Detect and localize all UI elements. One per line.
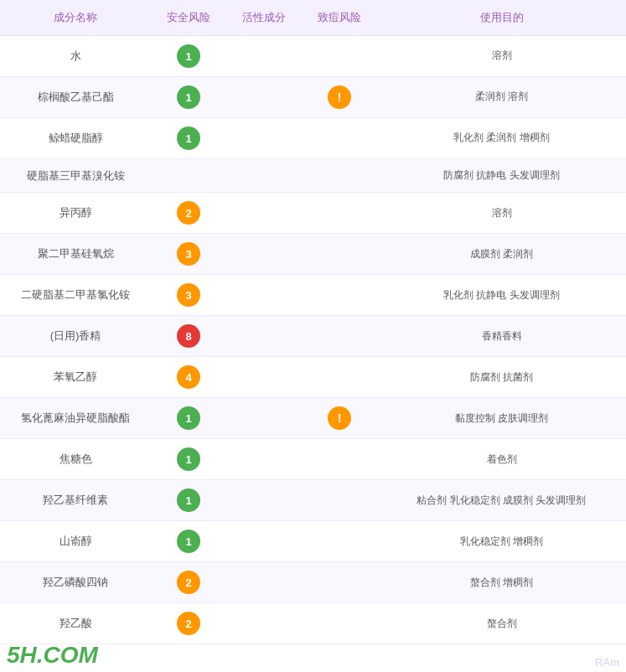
safety-badge: 1 <box>177 447 200 471</box>
acne-risk <box>302 36 377 77</box>
safety-risk: 3 <box>151 275 226 316</box>
ingredient-name: 聚二甲基硅氧烷 <box>0 234 151 275</box>
table-row: 聚二甲基硅氧烷3成膜剂 柔润剂 <box>0 234 626 275</box>
active-ingredient <box>226 77 302 118</box>
active-ingredient <box>226 357 302 398</box>
table-row: 水1溶剂 <box>0 36 626 77</box>
safety-badge: 1 <box>177 44 200 68</box>
watermark-right: RAm <box>588 653 626 672</box>
usage-purpose: 防腐剂 抗静电 头发调理剂 <box>377 159 626 193</box>
ingredient-table-container: 成分名称 安全风险 活性成分 致痘风险 使用目的 水1溶剂棕榈酸乙基己酯1!柔润… <box>0 0 626 644</box>
active-ingredient <box>226 234 302 275</box>
active-ingredient <box>226 439 302 480</box>
acne-risk <box>302 159 377 193</box>
acne-risk <box>302 316 377 357</box>
safety-risk: 3 <box>151 234 226 275</box>
table-header-row: 成分名称 安全风险 活性成分 致痘风险 使用目的 <box>0 0 626 36</box>
active-ingredient <box>226 193 302 234</box>
safety-risk: 1 <box>151 439 226 480</box>
ingredient-name: 水 <box>0 36 151 77</box>
usage-purpose: 螯合剂 增稠剂 <box>377 562 626 603</box>
acne-risk <box>302 603 377 644</box>
table-row: 异丙醇2溶剂 <box>0 193 626 234</box>
safety-badge: 3 <box>177 242 200 266</box>
usage-purpose: 乳化剂 抗静电 头发调理剂 <box>377 275 626 316</box>
ingredient-name: 苯氧乙醇 <box>0 357 151 398</box>
safety-badge: 3 <box>177 283 200 307</box>
acne-risk: ! <box>302 77 377 118</box>
ingredient-name: 异丙醇 <box>0 193 151 234</box>
safety-badge: 1 <box>177 488 200 512</box>
safety-risk: 1 <box>151 36 226 77</box>
ingredient-name: 氢化蓖麻油异硬脂酸酯 <box>0 398 151 439</box>
safety-badge: 1 <box>177 127 200 150</box>
watermark-left: 5H.COM <box>0 638 105 672</box>
usage-purpose: 乳化剂 柔润剂 增稠剂 <box>377 118 626 159</box>
col-header-safety: 安全风险 <box>151 0 226 36</box>
safety-risk: 1 <box>151 398 226 439</box>
safety-badge: 4 <box>177 365 200 389</box>
acne-risk <box>302 439 377 480</box>
acne-warning-badge: ! <box>328 406 351 430</box>
ingredient-name: 羟乙基纤维素 <box>0 480 151 521</box>
table-row: 焦糖色1着色剂 <box>0 439 626 480</box>
acne-risk <box>302 275 377 316</box>
acne-risk <box>302 521 377 562</box>
ingredient-name: (日用)香精 <box>0 316 151 357</box>
active-ingredient <box>226 118 302 159</box>
active-ingredient <box>226 480 302 521</box>
active-ingredient <box>226 562 302 603</box>
safety-risk: 1 <box>151 480 226 521</box>
table-row: 氢化蓖麻油异硬脂酸酯1!黏度控制 皮肤调理剂 <box>0 398 626 439</box>
active-ingredient <box>226 316 302 357</box>
active-ingredient <box>226 521 302 562</box>
usage-purpose: 溶剂 <box>377 36 626 77</box>
table-row: 羟乙基纤维素1粘合剂 乳化稳定剂 成膜剂 头发调理剂 <box>0 480 626 521</box>
ingredient-name: 二硬脂基二甲基氯化铵 <box>0 275 151 316</box>
usage-purpose: 粘合剂 乳化稳定剂 成膜剂 头发调理剂 <box>377 480 626 521</box>
ingredient-name: 鲸蜡硬脂醇 <box>0 118 151 159</box>
safety-badge: 2 <box>177 612 200 635</box>
active-ingredient <box>226 603 302 644</box>
table-row: 山嵛醇1乳化稳定剂 增稠剂 <box>0 521 626 562</box>
usage-purpose: 黏度控制 皮肤调理剂 <box>377 398 626 439</box>
safety-risk: 2 <box>151 562 226 603</box>
ingredient-name: 焦糖色 <box>0 439 151 480</box>
acne-risk <box>302 562 377 603</box>
active-ingredient <box>226 36 302 77</box>
ingredient-name: 棕榈酸乙基己酯 <box>0 77 151 118</box>
safety-badge: 1 <box>177 85 200 109</box>
safety-badge: 2 <box>177 571 200 594</box>
safety-badge: 1 <box>177 530 200 553</box>
table-row: 二硬脂基二甲基氯化铵3乳化剂 抗静电 头发调理剂 <box>0 275 626 316</box>
ingredient-table: 成分名称 安全风险 活性成分 致痘风险 使用目的 水1溶剂棕榈酸乙基己酯1!柔润… <box>0 0 626 644</box>
col-header-name: 成分名称 <box>0 0 151 36</box>
safety-risk: 2 <box>151 603 226 644</box>
safety-risk <box>151 159 226 193</box>
acne-risk <box>302 193 377 234</box>
table-row: 羟乙磷酸四钠2螯合剂 增稠剂 <box>0 562 626 603</box>
usage-purpose: 乳化稳定剂 增稠剂 <box>377 521 626 562</box>
usage-purpose: 防腐剂 抗菌剂 <box>377 357 626 398</box>
ingredient-name: 羟乙磷酸四钠 <box>0 562 151 603</box>
safety-badge: 8 <box>177 324 200 348</box>
col-header-acne: 致痘风险 <box>302 0 377 36</box>
usage-purpose: 溶剂 <box>377 193 626 234</box>
usage-purpose: 香精香料 <box>377 316 626 357</box>
ingredient-name: 山嵛醇 <box>0 521 151 562</box>
col-header-active: 活性成分 <box>226 0 302 36</box>
active-ingredient <box>226 275 302 316</box>
ingredient-name: 硬脂基三甲基溴化铵 <box>0 159 151 193</box>
table-row: 棕榈酸乙基己酯1!柔润剂 溶剂 <box>0 77 626 118</box>
table-row: 硬脂基三甲基溴化铵防腐剂 抗静电 头发调理剂 <box>0 159 626 193</box>
safety-risk: 1 <box>151 118 226 159</box>
safety-risk: 4 <box>151 357 226 398</box>
usage-purpose: 成膜剂 柔润剂 <box>377 234 626 275</box>
safety-badge: 1 <box>177 406 200 430</box>
col-header-usage: 使用目的 <box>377 0 626 36</box>
safety-badge: 2 <box>177 201 200 225</box>
safety-risk: 8 <box>151 316 226 357</box>
usage-purpose: 柔润剂 溶剂 <box>377 77 626 118</box>
safety-risk: 2 <box>151 193 226 234</box>
safety-risk: 1 <box>151 521 226 562</box>
